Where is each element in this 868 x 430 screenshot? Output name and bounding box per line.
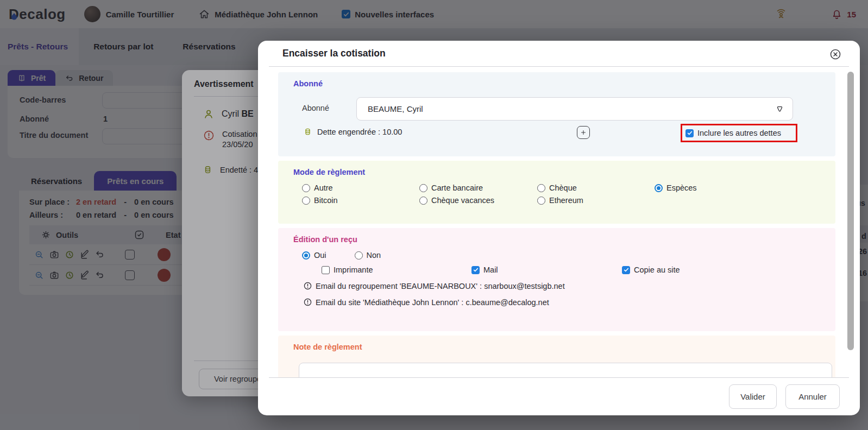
- modal-body: Abonné Abonné BEAUME, Cyril Dette engend…: [269, 67, 837, 377]
- subscriber-select[interactable]: BEAUME, Cyril: [356, 97, 793, 121]
- receipt-no-label: Non: [367, 251, 381, 260]
- payment-option-carte-bancaire[interactable]: Carte bancaire: [419, 184, 537, 192]
- modal-scrollbar[interactable]: [847, 72, 854, 350]
- check-icon: [687, 130, 693, 136]
- payment-option-especes[interactable]: Espèces: [655, 184, 820, 192]
- payment-mode-heading: Mode de règlement: [293, 168, 820, 176]
- add-button[interactable]: [577, 126, 590, 139]
- payment-note-input[interactable]: [299, 363, 832, 377]
- section-payment-mode: Mode de règlement Autre Carte bancaire C…: [278, 161, 835, 224]
- radio-icon[interactable]: [537, 184, 545, 192]
- modal-title: Encaisser la cotisation: [282, 48, 386, 59]
- payment-option-bitcoin[interactable]: Bitcoin: [302, 196, 419, 205]
- section-receipt: Édition d'un reçu Oui Non Imprimante Mai…: [278, 228, 835, 331]
- payment-note-heading: Note de règlement: [293, 343, 820, 351]
- payment-option-label: Carte bancaire: [431, 184, 483, 192]
- radio-icon[interactable]: [419, 197, 427, 205]
- info-icon: [303, 298, 312, 307]
- close-icon[interactable]: [829, 48, 841, 60]
- receipt-yes-option[interactable]: Oui: [302, 251, 326, 260]
- section-abonne: Abonné Abonné BEAUME, Cyril Dette engend…: [278, 72, 835, 156]
- plus-icon: [580, 129, 587, 136]
- radio-icon[interactable]: [655, 184, 663, 192]
- collect-subscription-modal: Encaisser la cotisation Abonné Abonné BE…: [258, 41, 860, 415]
- receipt-no-option[interactable]: Non: [355, 251, 381, 260]
- payment-option-cheque-vacances[interactable]: Chèque vacances: [419, 196, 537, 205]
- info-icon: [303, 281, 312, 290]
- payment-option-label: Espèces: [666, 184, 697, 192]
- receipt-yes-label: Oui: [314, 251, 326, 260]
- site-email-info: Email du site 'Médiathèque John Lennon' …: [303, 298, 820, 307]
- channel-mail[interactable]: Mail: [471, 265, 622, 274]
- subscriber-field-label: Abonné: [302, 104, 329, 112]
- group-email-info: Email du regroupement 'BEAUME-NARBOUX' :…: [303, 281, 820, 290]
- payment-options: Autre Carte bancaire Chèque Espèces Bitc…: [302, 184, 820, 205]
- include-other-debts-option[interactable]: Inclure les autres dettes: [685, 129, 781, 137]
- channel-imprimante[interactable]: Imprimante: [322, 265, 471, 274]
- channel-label: Copie au site: [634, 265, 680, 274]
- payment-option-label: Chèque vacances: [431, 196, 494, 205]
- receipt-yesno: Oui Non: [302, 251, 820, 260]
- channel-copie-au-site[interactable]: Copie au site: [622, 265, 820, 274]
- payment-option-cheque[interactable]: Chèque: [537, 184, 655, 192]
- annotation-highlight-box: Inclure les autres dettes: [681, 124, 797, 142]
- channel-checkbox[interactable]: [622, 266, 630, 274]
- receipt-heading: Édition d'un reçu: [293, 235, 820, 244]
- payment-option-label: Chèque: [549, 184, 577, 192]
- payment-option-label: Ethereum: [549, 196, 583, 205]
- channel-label: Mail: [483, 265, 498, 274]
- channel-checkbox[interactable]: [322, 266, 330, 274]
- radio-icon[interactable]: [355, 251, 363, 260]
- include-other-debts-label: Inclure les autres dettes: [697, 129, 781, 137]
- generated-debt: Dette engendrée : 10.00: [303, 127, 402, 136]
- check-icon: [473, 267, 479, 273]
- picker-icon[interactable]: [776, 105, 784, 113]
- radio-icon[interactable]: [302, 251, 310, 260]
- check-icon: [624, 267, 629, 273]
- radio-icon[interactable]: [419, 184, 427, 192]
- cancel-button[interactable]: Annuler: [785, 384, 840, 409]
- radio-icon[interactable]: [302, 184, 310, 192]
- screen: Decalog Camille Tourtillier Médiathèque …: [0, 0, 868, 430]
- include-other-debts-checkbox[interactable]: [685, 129, 694, 137]
- section-payment-note: Note de règlement: [278, 336, 835, 377]
- radio-icon[interactable]: [537, 197, 545, 205]
- modal-footer: Valider Annuler: [269, 377, 849, 415]
- payment-option-label: Autre: [314, 184, 333, 192]
- generated-debt-text: Dette engendrée : 10.00: [317, 128, 402, 136]
- payment-option-ethereum[interactable]: Ethereum: [537, 196, 655, 205]
- receipt-channels: Imprimante Mail Copie au site: [322, 265, 820, 274]
- group-email-text: Email du regroupement 'BEAUME-NARBOUX' :…: [316, 282, 565, 290]
- channel-label: Imprimante: [334, 265, 373, 274]
- subscriber-select-value: BEAUME, Cyril: [368, 104, 423, 113]
- radio-icon[interactable]: [302, 197, 310, 205]
- channel-checkbox[interactable]: [471, 266, 480, 274]
- payment-option-autre[interactable]: Autre: [302, 184, 419, 192]
- section-abonne-heading: Abonné: [293, 79, 820, 88]
- coins-icon: [303, 127, 312, 136]
- validate-button[interactable]: Valider: [729, 384, 777, 409]
- payment-option-label: Bitcoin: [314, 196, 338, 205]
- site-email-text: Email du site 'Médiathèque John Lennon' …: [316, 298, 549, 307]
